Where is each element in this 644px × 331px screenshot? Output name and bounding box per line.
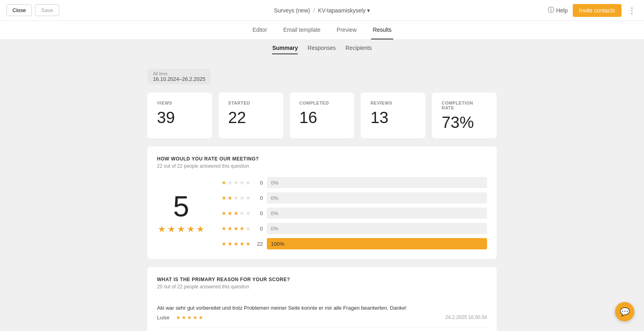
- bar-stars-1: ★ ★ ★ ★ ★: [221, 179, 251, 186]
- bar-star-empty: ★: [246, 210, 251, 216]
- star-1: ★: [158, 224, 166, 234]
- stat-started-label: STARTED: [228, 101, 274, 105]
- help-circle-icon: ⓘ: [548, 6, 554, 14]
- stat-started-value: 22: [228, 109, 274, 125]
- bar-count-2: 0: [255, 195, 263, 201]
- breadcrumb-separator: /: [313, 7, 315, 14]
- help-label: Help: [556, 7, 568, 14]
- stat-views-label: VIEWS: [157, 101, 202, 105]
- date-filter-value: 16.10.2024–26.2.2025: [153, 76, 205, 82]
- save-button[interactable]: Save: [35, 4, 59, 16]
- bar-star-filled: ★: [233, 225, 239, 232]
- top-bar-left: Close Save: [6, 4, 59, 16]
- bar-count-4: 0: [255, 226, 263, 232]
- question-rating-sub: 22 out of 22 people answered this questi…: [157, 163, 487, 169]
- chat-bubble[interactable]: 💬: [615, 302, 634, 321]
- bar-fill-4: 0%: [267, 223, 271, 234]
- star-5: ★: [196, 224, 204, 234]
- bar-star-empty: ★: [239, 210, 245, 216]
- bar-star-filled: ★: [233, 241, 239, 247]
- bar-fill-2: 0%: [267, 192, 271, 204]
- bar-star-filled: ★: [227, 225, 233, 232]
- bar-stars-3: ★ ★ ★ ★ ★: [221, 210, 251, 216]
- bar-star-filled: ★: [227, 210, 233, 216]
- question-text-card: WHAT IS THE PRIMARY REASON FOR YOUR SCOR…: [147, 267, 497, 331]
- bar-count-1: 0: [255, 180, 263, 186]
- bar-star-filled: ★: [221, 179, 227, 186]
- comment-date: 24.2.2025 16.00.54: [446, 315, 487, 320]
- question-rating-title: HOW WOULD YOU RATE OUR MEETING?: [157, 156, 487, 162]
- bar-track-1: 0%: [267, 177, 487, 188]
- help-button[interactable]: ⓘ Help: [548, 6, 568, 14]
- tab-preview[interactable]: Preview: [335, 21, 358, 39]
- bar-fill-5: 100%: [267, 238, 487, 249]
- comment-star-2: ★: [182, 315, 186, 321]
- close-button[interactable]: Close: [6, 4, 32, 16]
- stat-completed: COMPLETED 16: [290, 93, 355, 138]
- bar-star-empty: ★: [233, 179, 239, 186]
- bar-stars-4: ★ ★ ★ ★ ★: [221, 225, 251, 232]
- top-bar-right: ⓘ Help Invite contacts ⋮: [548, 4, 638, 17]
- star-4: ★: [187, 224, 195, 234]
- bar-count-3: 0: [255, 210, 263, 216]
- sub-tab-summary[interactable]: Summary: [272, 45, 298, 54]
- star-3: ★: [177, 224, 185, 234]
- comment-text: Aki war sehr gut vorbereitet und trotz P…: [157, 304, 487, 312]
- sub-tab-responses[interactable]: Responses: [308, 45, 336, 54]
- breadcrumb-surveys: Surveys (new): [274, 7, 310, 14]
- stat-completion-rate: COMPLETION RATE 73%: [432, 93, 497, 138]
- bar-fill-1: 0%: [267, 177, 271, 188]
- chat-icon: 💬: [620, 307, 630, 317]
- stat-completion-rate-value: 73%: [442, 114, 487, 130]
- tab-email-template[interactable]: Email template: [282, 21, 322, 39]
- bar-track-2: 0%: [267, 192, 487, 204]
- stat-completed-value: 16: [299, 109, 345, 125]
- question-text-sub: 20 out of 22 people answered this questi…: [157, 284, 487, 290]
- more-options-button[interactable]: ⋮: [626, 4, 638, 17]
- bar-star-filled: ★: [227, 195, 233, 201]
- nav-tabs: Editor Email template Preview Results: [0, 21, 644, 40]
- stat-reviews-label: REVIEWS: [370, 101, 416, 105]
- stat-views-value: 39: [157, 109, 202, 125]
- breadcrumb-current-button[interactable]: KV-tapaamiskysely ▾: [318, 7, 370, 14]
- sub-nav: Summary Responses Recipients: [0, 40, 644, 59]
- comment-stars: ★ ★ ★ ★ ★: [176, 315, 203, 321]
- question-text-title: WHAT IS THE PRIMARY REASON FOR YOUR SCOR…: [157, 277, 487, 282]
- bar-rows: ★ ★ ★ ★ ★ 0 0% ★ ★ ★: [221, 177, 487, 249]
- bar-star-empty: ★: [246, 179, 251, 186]
- date-filter[interactable]: All time 16.10.2024–26.2.2025: [147, 69, 211, 84]
- stats-row: VIEWS 39 STARTED 22 COMPLETED 16 REVIEWS…: [147, 93, 497, 138]
- bar-star-empty: ★: [239, 195, 245, 201]
- rating-number: 5: [157, 192, 205, 221]
- comment-star-1: ★: [176, 315, 181, 321]
- breadcrumb-current-label: KV-tapaamiskysely: [318, 7, 365, 14]
- bar-star-filled: ★: [227, 241, 233, 247]
- bar-stars-2: ★ ★ ★ ★ ★: [221, 195, 251, 201]
- bar-star-filled: ★: [221, 210, 227, 216]
- bar-row-4star: ★ ★ ★ ★ ★ 0 0%: [221, 223, 487, 234]
- question-rating-card: HOW WOULD YOU RATE OUR MEETING? 22 out o…: [147, 146, 497, 259]
- comment-item: Aki war sehr gut vorbereitet und trotz P…: [157, 298, 487, 327]
- tab-results[interactable]: Results: [371, 21, 393, 39]
- sub-tab-recipients[interactable]: Recipients: [345, 45, 372, 54]
- comment-left: Luise ★ ★ ★ ★ ★: [157, 315, 203, 321]
- stat-reviews: REVIEWS 13: [361, 93, 425, 138]
- comment-star-5: ★: [198, 315, 203, 321]
- bar-row-1star: ★ ★ ★ ★ ★ 0 0%: [221, 177, 487, 188]
- breadcrumb: Surveys (new) / KV-tapaamiskysely ▾: [274, 7, 370, 14]
- bar-track-4: 0%: [267, 223, 487, 234]
- bar-star-filled: ★: [221, 195, 227, 201]
- date-filter-label: All time: [153, 71, 205, 76]
- bar-count-5: 22: [255, 241, 263, 247]
- bar-star-filled: ★: [239, 241, 245, 247]
- bar-star-filled: ★: [233, 210, 239, 216]
- bar-star-filled: ★: [239, 225, 245, 232]
- rating-big: 5 ★ ★ ★ ★ ★: [157, 192, 205, 234]
- tab-editor[interactable]: Editor: [251, 21, 269, 39]
- invite-contacts-button[interactable]: Invite contacts: [573, 4, 622, 17]
- bar-track-3: 0%: [267, 208, 487, 219]
- bar-star-filled: ★: [221, 225, 227, 232]
- comment-star-3: ★: [187, 315, 192, 321]
- bar-row-5star: ★ ★ ★ ★ ★ 22 100%: [221, 238, 487, 249]
- star-2: ★: [167, 224, 175, 234]
